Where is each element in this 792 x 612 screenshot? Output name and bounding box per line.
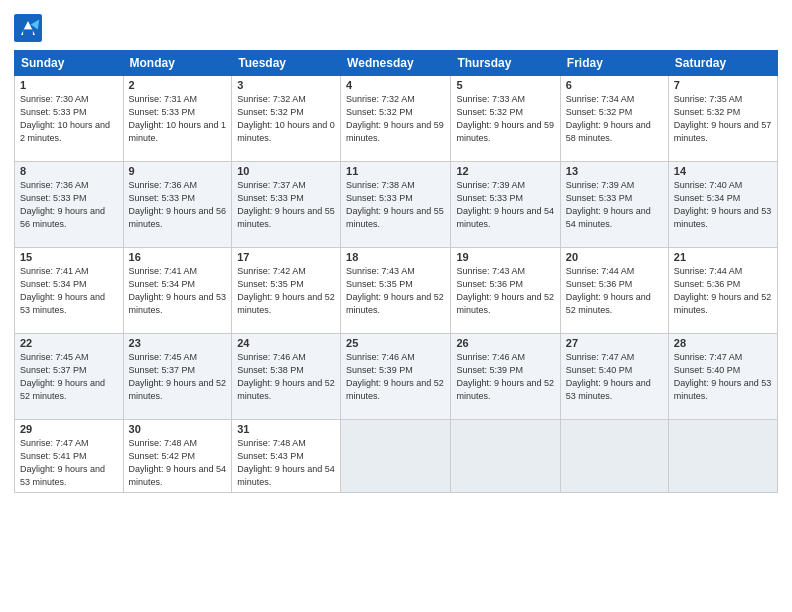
calendar: SundayMondayTuesdayWednesdayThursdayFrid… [14, 50, 778, 493]
day-info: Sunrise: 7:37 AMSunset: 5:33 PMDaylight:… [237, 180, 335, 229]
day-info: Sunrise: 7:33 AMSunset: 5:32 PMDaylight:… [456, 94, 554, 143]
day-info: Sunrise: 7:43 AMSunset: 5:35 PMDaylight:… [346, 266, 444, 315]
day-number: 5 [456, 79, 554, 91]
day-cell: 10 Sunrise: 7:37 AMSunset: 5:33 PMDaylig… [232, 162, 341, 248]
day-number: 22 [20, 337, 118, 349]
day-number: 12 [456, 165, 554, 177]
day-cell: 15 Sunrise: 7:41 AMSunset: 5:34 PMDaylig… [15, 248, 124, 334]
day-info: Sunrise: 7:35 AMSunset: 5:32 PMDaylight:… [674, 94, 772, 143]
day-cell: 22 Sunrise: 7:45 AMSunset: 5:37 PMDaylig… [15, 334, 124, 420]
day-cell [668, 420, 777, 493]
day-number: 10 [237, 165, 335, 177]
day-number: 26 [456, 337, 554, 349]
logo-icon [14, 14, 42, 42]
day-cell: 21 Sunrise: 7:44 AMSunset: 5:36 PMDaylig… [668, 248, 777, 334]
day-cell: 24 Sunrise: 7:46 AMSunset: 5:38 PMDaylig… [232, 334, 341, 420]
day-number: 2 [129, 79, 227, 91]
day-cell: 26 Sunrise: 7:46 AMSunset: 5:39 PMDaylig… [451, 334, 560, 420]
day-number: 17 [237, 251, 335, 263]
day-info: Sunrise: 7:48 AMSunset: 5:43 PMDaylight:… [237, 438, 335, 487]
day-cell: 6 Sunrise: 7:34 AMSunset: 5:32 PMDayligh… [560, 76, 668, 162]
day-info: Sunrise: 7:44 AMSunset: 5:36 PMDaylight:… [674, 266, 772, 315]
day-number: 16 [129, 251, 227, 263]
day-number: 3 [237, 79, 335, 91]
day-cell: 7 Sunrise: 7:35 AMSunset: 5:32 PMDayligh… [668, 76, 777, 162]
day-info: Sunrise: 7:46 AMSunset: 5:39 PMDaylight:… [456, 352, 554, 401]
col-header-sunday: Sunday [15, 51, 124, 76]
day-info: Sunrise: 7:45 AMSunset: 5:37 PMDaylight:… [129, 352, 227, 401]
col-header-friday: Friday [560, 51, 668, 76]
day-number: 31 [237, 423, 335, 435]
day-info: Sunrise: 7:45 AMSunset: 5:37 PMDaylight:… [20, 352, 105, 401]
day-info: Sunrise: 7:48 AMSunset: 5:42 PMDaylight:… [129, 438, 227, 487]
day-cell: 11 Sunrise: 7:38 AMSunset: 5:33 PMDaylig… [341, 162, 451, 248]
day-number: 8 [20, 165, 118, 177]
svg-rect-2 [23, 29, 33, 35]
day-info: Sunrise: 7:39 AMSunset: 5:33 PMDaylight:… [566, 180, 651, 229]
page: SundayMondayTuesdayWednesdayThursdayFrid… [0, 0, 792, 612]
day-number: 28 [674, 337, 772, 349]
day-cell: 14 Sunrise: 7:40 AMSunset: 5:34 PMDaylig… [668, 162, 777, 248]
col-header-tuesday: Tuesday [232, 51, 341, 76]
day-cell: 19 Sunrise: 7:43 AMSunset: 5:36 PMDaylig… [451, 248, 560, 334]
day-info: Sunrise: 7:32 AMSunset: 5:32 PMDaylight:… [237, 94, 335, 143]
day-cell: 17 Sunrise: 7:42 AMSunset: 5:35 PMDaylig… [232, 248, 341, 334]
week-row-4: 22 Sunrise: 7:45 AMSunset: 5:37 PMDaylig… [15, 334, 778, 420]
day-number: 29 [20, 423, 118, 435]
day-info: Sunrise: 7:42 AMSunset: 5:35 PMDaylight:… [237, 266, 335, 315]
day-cell: 1 Sunrise: 7:30 AMSunset: 5:33 PMDayligh… [15, 76, 124, 162]
col-header-wednesday: Wednesday [341, 51, 451, 76]
day-cell: 29 Sunrise: 7:47 AMSunset: 5:41 PMDaylig… [15, 420, 124, 493]
header-row: SundayMondayTuesdayWednesdayThursdayFrid… [15, 51, 778, 76]
day-info: Sunrise: 7:39 AMSunset: 5:33 PMDaylight:… [456, 180, 554, 229]
day-number: 18 [346, 251, 445, 263]
day-number: 20 [566, 251, 663, 263]
day-cell: 31 Sunrise: 7:48 AMSunset: 5:43 PMDaylig… [232, 420, 341, 493]
day-info: Sunrise: 7:31 AMSunset: 5:33 PMDaylight:… [129, 94, 227, 143]
day-info: Sunrise: 7:44 AMSunset: 5:36 PMDaylight:… [566, 266, 651, 315]
day-cell: 8 Sunrise: 7:36 AMSunset: 5:33 PMDayligh… [15, 162, 124, 248]
day-number: 11 [346, 165, 445, 177]
day-number: 13 [566, 165, 663, 177]
day-info: Sunrise: 7:36 AMSunset: 5:33 PMDaylight:… [20, 180, 105, 229]
day-cell: 16 Sunrise: 7:41 AMSunset: 5:34 PMDaylig… [123, 248, 232, 334]
day-info: Sunrise: 7:47 AMSunset: 5:40 PMDaylight:… [566, 352, 651, 401]
day-number: 19 [456, 251, 554, 263]
day-info: Sunrise: 7:46 AMSunset: 5:38 PMDaylight:… [237, 352, 335, 401]
day-number: 7 [674, 79, 772, 91]
day-cell [560, 420, 668, 493]
day-info: Sunrise: 7:38 AMSunset: 5:33 PMDaylight:… [346, 180, 444, 229]
day-cell: 23 Sunrise: 7:45 AMSunset: 5:37 PMDaylig… [123, 334, 232, 420]
day-info: Sunrise: 7:36 AMSunset: 5:33 PMDaylight:… [129, 180, 227, 229]
day-info: Sunrise: 7:41 AMSunset: 5:34 PMDaylight:… [20, 266, 105, 315]
day-info: Sunrise: 7:32 AMSunset: 5:32 PMDaylight:… [346, 94, 444, 143]
day-number: 4 [346, 79, 445, 91]
week-row-2: 8 Sunrise: 7:36 AMSunset: 5:33 PMDayligh… [15, 162, 778, 248]
day-cell: 2 Sunrise: 7:31 AMSunset: 5:33 PMDayligh… [123, 76, 232, 162]
day-info: Sunrise: 7:40 AMSunset: 5:34 PMDaylight:… [674, 180, 772, 229]
day-number: 6 [566, 79, 663, 91]
day-cell: 4 Sunrise: 7:32 AMSunset: 5:32 PMDayligh… [341, 76, 451, 162]
week-row-1: 1 Sunrise: 7:30 AMSunset: 5:33 PMDayligh… [15, 76, 778, 162]
day-cell [341, 420, 451, 493]
day-cell: 30 Sunrise: 7:48 AMSunset: 5:42 PMDaylig… [123, 420, 232, 493]
day-cell: 3 Sunrise: 7:32 AMSunset: 5:32 PMDayligh… [232, 76, 341, 162]
day-cell: 20 Sunrise: 7:44 AMSunset: 5:36 PMDaylig… [560, 248, 668, 334]
day-cell: 5 Sunrise: 7:33 AMSunset: 5:32 PMDayligh… [451, 76, 560, 162]
col-header-monday: Monday [123, 51, 232, 76]
day-info: Sunrise: 7:43 AMSunset: 5:36 PMDaylight:… [456, 266, 554, 315]
day-info: Sunrise: 7:41 AMSunset: 5:34 PMDaylight:… [129, 266, 227, 315]
week-row-5: 29 Sunrise: 7:47 AMSunset: 5:41 PMDaylig… [15, 420, 778, 493]
day-cell: 18 Sunrise: 7:43 AMSunset: 5:35 PMDaylig… [341, 248, 451, 334]
day-cell: 12 Sunrise: 7:39 AMSunset: 5:33 PMDaylig… [451, 162, 560, 248]
day-cell: 28 Sunrise: 7:47 AMSunset: 5:40 PMDaylig… [668, 334, 777, 420]
day-cell: 13 Sunrise: 7:39 AMSunset: 5:33 PMDaylig… [560, 162, 668, 248]
header [14, 10, 778, 42]
day-info: Sunrise: 7:47 AMSunset: 5:40 PMDaylight:… [674, 352, 772, 401]
col-header-saturday: Saturday [668, 51, 777, 76]
day-info: Sunrise: 7:34 AMSunset: 5:32 PMDaylight:… [566, 94, 651, 143]
day-cell: 9 Sunrise: 7:36 AMSunset: 5:33 PMDayligh… [123, 162, 232, 248]
day-info: Sunrise: 7:46 AMSunset: 5:39 PMDaylight:… [346, 352, 444, 401]
day-number: 14 [674, 165, 772, 177]
day-number: 1 [20, 79, 118, 91]
